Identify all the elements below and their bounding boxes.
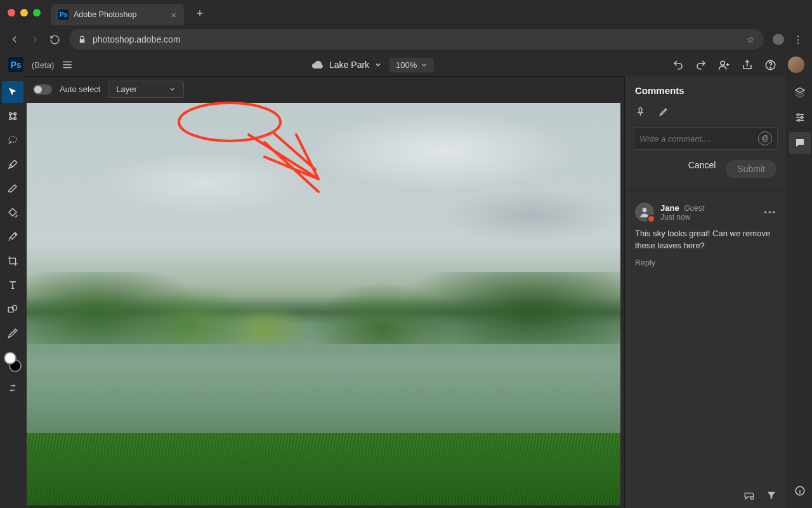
address-bar[interactable]: photoshop.adobe.com ☆ (69, 29, 764, 50)
svg-point-4 (15, 234, 16, 235)
type-tool[interactable] (2, 274, 23, 296)
bookmark-star-icon[interactable]: ☆ (747, 34, 755, 44)
beta-label: (Beta) (32, 60, 54, 70)
annotation-badge-icon (647, 215, 655, 223)
right-rail (787, 76, 812, 508)
user-avatar[interactable] (788, 57, 804, 73)
comment-input-wrapper[interactable]: @ (634, 127, 778, 150)
window-minimize-button[interactable] (20, 9, 28, 17)
share-button[interactable] (742, 59, 753, 70)
browser-tab[interactable]: Ps Adobe Photoshop × (51, 4, 184, 25)
chevron-down-icon (421, 62, 428, 69)
layers-panel-button[interactable] (789, 81, 811, 103)
svg-point-2 (770, 67, 771, 67)
svg-point-9 (750, 497, 754, 500)
document-name: Lake Park (329, 60, 369, 70)
tab-title: Adobe Photoshop (74, 10, 166, 19)
comments-panel-title: Comments (625, 76, 787, 102)
cloud-icon (311, 58, 324, 71)
eyedropper-tool[interactable] (2, 323, 23, 344)
canvas-area[interactable]: Auto select Layer (25, 76, 624, 508)
auto-select-toggle[interactable] (33, 84, 52, 95)
app-header: Ps (Beta) Lake Park 100% (0, 53, 812, 76)
auto-select-label: Auto select (60, 84, 100, 94)
svg-point-7 (179, 103, 280, 141)
svg-point-10 (797, 114, 799, 116)
svg-point-3 (9, 137, 16, 142)
lock-icon (78, 36, 86, 44)
profile-avatar-icon[interactable] (773, 34, 784, 45)
target-dropdown[interactable]: Layer (108, 81, 184, 98)
mention-button[interactable]: @ (758, 131, 772, 145)
move-tool[interactable] (2, 81, 23, 103)
eraser-tool[interactable] (2, 178, 23, 199)
comments-footer (625, 484, 787, 508)
target-dropdown-value: Layer (116, 84, 137, 94)
submit-button[interactable]: Submit (726, 160, 776, 178)
new-tab-button[interactable]: ＋ (189, 5, 211, 20)
tab-close-icon[interactable]: × (171, 10, 176, 20)
comment-time: Just now (660, 213, 704, 222)
crop-tool[interactable] (2, 250, 23, 272)
comment-author: Jane (660, 203, 679, 213)
toggle-annotations-button[interactable] (743, 490, 755, 502)
heal-tool[interactable] (2, 226, 23, 248)
invite-button[interactable] (718, 59, 730, 71)
window-zoom-button[interactable] (33, 9, 41, 17)
undo-button[interactable] (672, 59, 684, 70)
tab-favicon-icon: Ps (58, 10, 69, 20)
svg-point-8 (643, 208, 647, 212)
divider (625, 190, 787, 191)
annotation-markup (154, 97, 458, 224)
zoom-value: 100% (396, 60, 417, 70)
shape-tool[interactable] (2, 298, 23, 320)
chevron-down-icon (374, 61, 382, 69)
app-logo-icon[interactable]: Ps (8, 57, 24, 73)
cancel-button[interactable]: Cancel (688, 160, 716, 178)
comment-reply-button[interactable]: Reply (635, 258, 776, 267)
foreground-color[interactable] (4, 352, 16, 364)
comment-body: This sky looks great! Can we remove thes… (635, 228, 776, 252)
reload-button[interactable] (49, 34, 60, 45)
redo-button[interactable] (695, 59, 707, 70)
help-button[interactable] (764, 59, 776, 71)
window-close-button[interactable] (8, 9, 15, 17)
comment-item: Jane Guest Just now ••• This sky looks g… (625, 197, 787, 272)
brush-tool[interactable] (2, 154, 23, 175)
main-area: Auto select Layer Comments @ (0, 76, 812, 508)
menu-button[interactable] (62, 59, 73, 70)
tree-line (27, 272, 620, 344)
comments-panel-button[interactable] (789, 132, 811, 154)
address-bar-row: photoshop.adobe.com ☆ ⋮ (0, 25, 812, 53)
comment-menu-button[interactable]: ••• (764, 208, 776, 217)
transform-tool[interactable] (2, 105, 23, 127)
lasso-tool[interactable] (2, 130, 23, 151)
back-button[interactable] (9, 34, 20, 45)
zoom-dropdown[interactable]: 100% (390, 58, 434, 72)
tab-strip: Ps Adobe Photoshop × ＋ (0, 0, 812, 25)
canvas-image[interactable] (27, 103, 620, 505)
info-button[interactable] (789, 480, 811, 502)
document-name-dropdown[interactable]: Lake Park (311, 58, 382, 71)
adjustments-panel-button[interactable] (789, 107, 811, 128)
forward-button[interactable] (29, 34, 41, 45)
browser-chrome: Ps Adobe Photoshop × ＋ photoshop.adobe.c… (0, 0, 812, 53)
color-swatches[interactable] (4, 352, 22, 372)
pin-annotation-button[interactable] (635, 106, 646, 117)
svg-point-0 (721, 61, 724, 65)
swap-colors-button[interactable] (2, 377, 23, 399)
window-controls (5, 9, 46, 17)
draw-annotation-button[interactable] (658, 106, 669, 117)
comments-panel: Comments @ Cancel Submit Jane Guest (624, 76, 787, 508)
svg-point-11 (801, 117, 802, 119)
tool-bar (0, 76, 25, 508)
url-text: photoshop.adobe.com (93, 34, 181, 44)
comment-avatar (635, 203, 654, 222)
fill-tool[interactable] (2, 202, 23, 224)
filter-comments-button[interactable] (766, 490, 776, 502)
svg-point-12 (798, 119, 800, 121)
browser-menu-icon[interactable]: ⋮ (793, 34, 803, 46)
comment-input[interactable] (639, 134, 758, 144)
foreground-grass (27, 433, 620, 505)
chevron-down-icon (169, 86, 176, 93)
